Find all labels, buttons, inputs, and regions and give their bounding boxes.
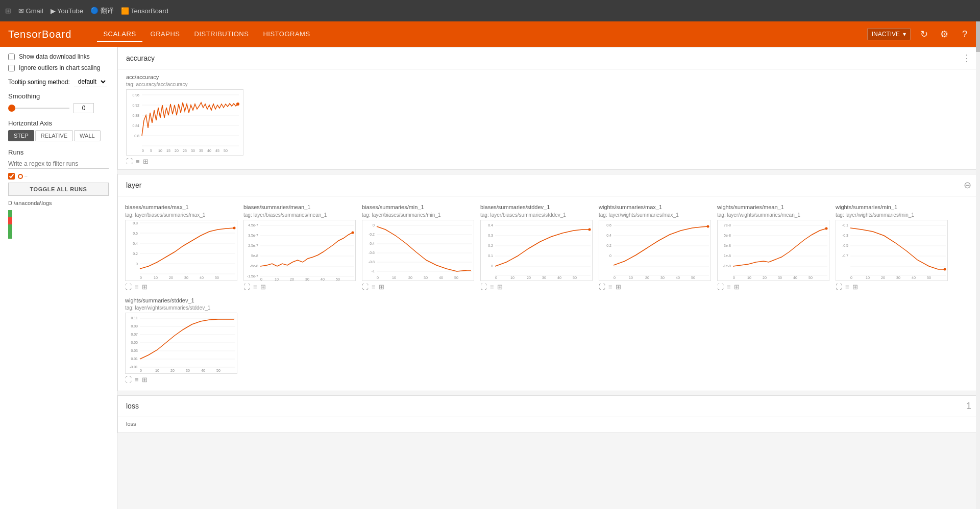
show-download-checkbox[interactable] xyxy=(8,54,15,60)
settings-button[interactable]: ⚙ xyxy=(937,27,951,41)
expand-icon[interactable]: ⛶ xyxy=(362,283,369,291)
expand-icon[interactable]: ⛶ xyxy=(717,283,724,291)
browser-tab-gmail[interactable]: ✉ Gmail xyxy=(18,7,43,15)
svg-text:50: 50 xyxy=(336,277,340,281)
ignore-outliers-checkbox[interactable] xyxy=(8,65,15,71)
data-icon[interactable]: ≡ xyxy=(135,376,139,384)
svg-text:20: 20 xyxy=(408,276,412,279)
chart-wights-stddev-tag: tag: layer/wights/summaries/stddev_1 xyxy=(125,305,237,311)
dropdown-chevron: ▾ xyxy=(903,31,906,38)
svg-text:0.2: 0.2 xyxy=(606,244,611,247)
accuracy-expand-icon[interactable]: ⋮ xyxy=(962,53,971,64)
svg-text:0.6: 0.6 xyxy=(133,232,138,235)
layer-expand-icon[interactable]: ⊖ xyxy=(964,180,971,191)
svg-text:20: 20 xyxy=(763,276,767,279)
chart-biases-min-controls: ⛶ ≡ ⊞ xyxy=(362,283,474,291)
smoothing-slider[interactable] xyxy=(8,108,69,109)
data-icon[interactable]: ≡ xyxy=(490,283,494,291)
image-icon[interactable]: ⊞ xyxy=(497,283,503,291)
svg-text:30: 30 xyxy=(305,277,309,281)
svg-text:0.01: 0.01 xyxy=(131,357,138,361)
loss-title: loss xyxy=(126,402,139,410)
expand-icon[interactable]: ⛶ xyxy=(480,283,487,291)
run-bar-green xyxy=(8,210,12,217)
chart-biases-stddev-tag: tag: layer/biases/summaries/stddev_1 xyxy=(480,212,593,218)
svg-text:40: 40 xyxy=(912,276,916,279)
expand-icon[interactable]: ⛶ xyxy=(125,376,132,384)
image-icon[interactable]: ⊞ xyxy=(260,283,266,291)
browser-tab-translate[interactable]: 🔵 翻译 xyxy=(90,6,114,15)
svg-text:50: 50 xyxy=(224,149,228,152)
refresh-button[interactable]: ↻ xyxy=(917,27,931,41)
chart-biases-max-title: biases/summaries/max_1 xyxy=(125,203,237,211)
svg-text:-0.01: -0.01 xyxy=(130,365,138,369)
chart-wights-mean: wights/summaries/mean_1 tag: layer/wight… xyxy=(717,203,829,290)
axis-step-btn[interactable]: STEP xyxy=(8,130,34,141)
svg-text:10: 10 xyxy=(747,276,751,279)
image-icon[interactable]: ⊞ xyxy=(379,283,384,291)
expand-icon[interactable]: ⛶ xyxy=(126,158,133,165)
loss-expand-icon[interactable]: 1 xyxy=(966,401,971,412)
apps-icon[interactable]: ⊞ xyxy=(5,7,11,15)
svg-text:30: 30 xyxy=(778,276,782,279)
image-icon[interactable]: ⊞ xyxy=(734,283,740,291)
expand-icon[interactable]: ⛶ xyxy=(836,283,842,291)
nav-scalars[interactable]: SCALARS xyxy=(97,27,142,42)
svg-text:0: 0 xyxy=(377,276,379,279)
data-icon[interactable]: ≡ xyxy=(135,283,139,291)
expand-icon[interactable]: ⛶ xyxy=(599,283,605,291)
svg-point-130 xyxy=(825,227,828,230)
browser-tab-youtube[interactable]: ▶ YouTube xyxy=(51,7,83,15)
chart-wights-max-svg: 0.6 0.4 0.2 0 0 10 20 30 40 50 xyxy=(599,220,711,281)
runs-filter-input[interactable] xyxy=(8,159,109,169)
scrollbar-track[interactable] xyxy=(976,21,980,509)
chart-wights-min-svg: -0.1 -0.3 -0.5 -0.7 0 10 20 30 40 50 xyxy=(836,220,948,281)
chart-wights-mean-area: 7e-8 5e-8 3e-8 1e-8 -1e-8 0 10 20 30 40 … xyxy=(717,220,829,281)
svg-text:0.3: 0.3 xyxy=(488,234,493,237)
data-icon[interactable]: ≡ xyxy=(845,283,849,291)
svg-text:0.4: 0.4 xyxy=(488,223,493,227)
svg-text:-0.7: -0.7 xyxy=(842,254,848,258)
axis-wall-btn[interactable]: WALL xyxy=(74,130,101,141)
layer-section: layer ⊖ biases/summaries/max_1 tag: laye… xyxy=(117,174,980,391)
data-icon[interactable]: ≡ xyxy=(372,283,376,291)
svg-text:-0.4: -0.4 xyxy=(369,242,375,245)
toggle-all-runs-button[interactable]: TOGGLE ALL RUNS xyxy=(8,183,109,196)
image-icon[interactable]: ⊞ xyxy=(616,283,621,291)
run-checkbox-orange[interactable] xyxy=(8,173,15,180)
svg-text:0.05: 0.05 xyxy=(131,341,138,344)
run-path: D:\anaconda\logs xyxy=(8,200,109,206)
loss-chart-card: loss xyxy=(118,417,979,432)
data-icon[interactable]: ≡ xyxy=(727,283,731,291)
tooltip-select[interactable]: default xyxy=(74,77,107,87)
run-bar-red xyxy=(8,217,12,224)
run-dot-orange xyxy=(18,174,23,179)
nav-distributions[interactable]: DISTRIBUTIONS xyxy=(188,27,255,42)
tb-right: INACTIVE ▾ ↻ ⚙ ? xyxy=(867,27,972,41)
smoothing-value-input[interactable] xyxy=(74,103,94,113)
chart-biases-min-area: 0 -0.2 -0.4 -0.6 -0.8 -1 0 10 20 30 40 5… xyxy=(362,220,474,281)
data-icon[interactable]: ≡ xyxy=(136,158,140,165)
chart-biases-min-tag: tag: layer/biases/summaries/min_1 xyxy=(362,212,474,218)
data-icon[interactable]: ≡ xyxy=(608,283,612,291)
main-content[interactable]: accuracy ⋮ acc/accuracy tag: accuracy/ac… xyxy=(117,47,980,509)
tooltip-label: Tooltip sorting method: xyxy=(8,79,70,86)
data-icon[interactable]: ≡ xyxy=(253,283,257,291)
image-icon[interactable]: ⊞ xyxy=(142,376,148,384)
svg-text:-0.8: -0.8 xyxy=(369,260,375,264)
image-icon[interactable]: ⊞ xyxy=(143,158,149,165)
smoothing-row xyxy=(8,103,109,113)
image-icon[interactable]: ⊞ xyxy=(852,283,858,291)
nav-histograms[interactable]: HISTOGRAMS xyxy=(257,27,316,42)
expand-icon[interactable]: ⛶ xyxy=(243,283,250,291)
browser-tab-tensorboard[interactable]: 🟧 TensorBoard xyxy=(121,7,168,15)
axis-relative-btn[interactable]: RELATIVE xyxy=(35,130,73,141)
svg-text:20: 20 xyxy=(169,276,173,279)
chart-wights-max: wights/summaries/max_1 tag: layer/wights… xyxy=(599,203,711,290)
help-button[interactable]: ? xyxy=(958,27,972,41)
status-dropdown[interactable]: INACTIVE ▾ xyxy=(867,28,911,40)
nav-graphs[interactable]: GRAPHS xyxy=(144,27,186,42)
expand-icon[interactable]: ⛶ xyxy=(125,283,132,291)
image-icon[interactable]: ⊞ xyxy=(142,283,148,291)
scrollbar-thumb[interactable] xyxy=(976,21,980,52)
